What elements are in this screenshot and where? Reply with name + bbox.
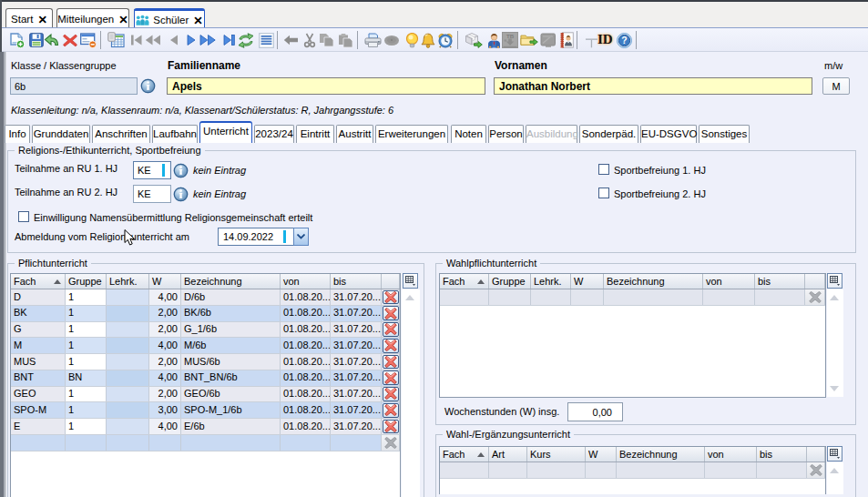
svg-text:?: ? [621,35,627,46]
svg-text:TB: TB [506,33,515,39]
